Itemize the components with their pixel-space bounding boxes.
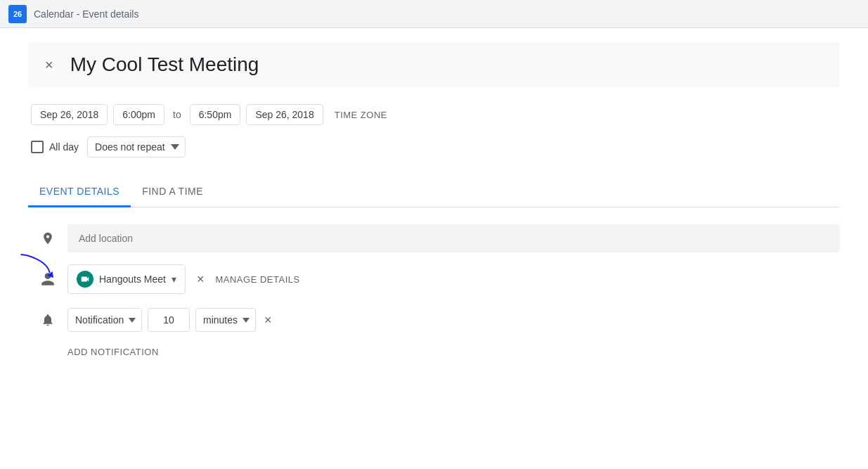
datetime-row: Sep 26, 2018 6:00pm to 6:50pm Sep 26, 20… (28, 104, 840, 125)
notification-row: Notification Email minutes hours days we… (28, 300, 840, 340)
main-content: × My Cool Test Meeting Sep 26, 2018 6:00… (0, 28, 868, 377)
to-label: to (170, 109, 184, 120)
event-title: My Cool Test Meeting (70, 53, 826, 76)
notification-unit-select[interactable]: minutes hours days weeks (195, 308, 256, 332)
add-notification-button[interactable]: ADD NOTIFICATION (28, 341, 159, 363)
repeat-select[interactable]: Does not repeat Every day Every week Eve… (87, 136, 186, 158)
location-input[interactable] (67, 224, 840, 252)
hangouts-remove-button[interactable]: × (194, 269, 207, 290)
top-bar: 26 Calendar - Event details (0, 0, 868, 28)
top-bar-title: Calendar - Event details (34, 8, 138, 20)
end-time-button[interactable]: 6:50pm (190, 104, 241, 125)
location-icon (28, 231, 67, 245)
timezone-button[interactable]: TIME ZONE (329, 105, 393, 124)
start-time-button[interactable]: 6:00pm (113, 104, 164, 125)
start-date-button[interactable]: Sep 26, 2018 (31, 104, 108, 125)
hangouts-meet-icon (77, 271, 93, 288)
tabs-row: EVENT DETAILS FIND A TIME (28, 177, 840, 207)
allday-row: All day Does not repeat Every day Every … (28, 136, 840, 158)
location-content (67, 224, 840, 252)
notification-controls: Notification Email minutes hours days we… (67, 308, 275, 332)
hangouts-row: Hangouts Meet ▾ × MANAGE DETAILS (28, 259, 840, 299)
allday-checkbox-wrapper[interactable]: All day (31, 141, 79, 153)
tab-find-a-time[interactable]: FIND A TIME (131, 177, 214, 207)
location-row (28, 219, 840, 258)
hangouts-content: Hangouts Meet ▾ × MANAGE DETAILS (67, 264, 840, 294)
bell-icon (28, 313, 67, 327)
hangouts-meet-button[interactable]: Hangouts Meet ▾ (67, 264, 186, 294)
hangouts-controls: Hangouts Meet ▾ × MANAGE DETAILS (67, 264, 300, 294)
content-area: Hangouts Meet ▾ × MANAGE DETAILS Notific… (28, 207, 840, 363)
notification-content: Notification Email minutes hours days we… (67, 308, 840, 332)
manage-details-button[interactable]: MANAGE DETAILS (215, 274, 299, 285)
notification-value-input[interactable] (148, 308, 190, 332)
person-icon (28, 271, 67, 287)
tab-event-details[interactable]: EVENT DETAILS (28, 177, 131, 207)
notification-type-select[interactable]: Notification Email (67, 308, 142, 332)
notification-remove-button[interactable]: × (261, 310, 275, 330)
hangouts-dropdown-icon: ▾ (171, 274, 176, 285)
hangouts-meet-label: Hangouts Meet (99, 274, 166, 285)
calendar-icon: 26 (8, 5, 27, 23)
allday-label: All day (49, 141, 79, 153)
header-row: × My Cool Test Meeting (28, 42, 840, 87)
allday-checkbox[interactable] (31, 141, 44, 153)
close-button[interactable]: × (42, 55, 56, 75)
end-date-button[interactable]: Sep 26, 2018 (246, 104, 323, 125)
